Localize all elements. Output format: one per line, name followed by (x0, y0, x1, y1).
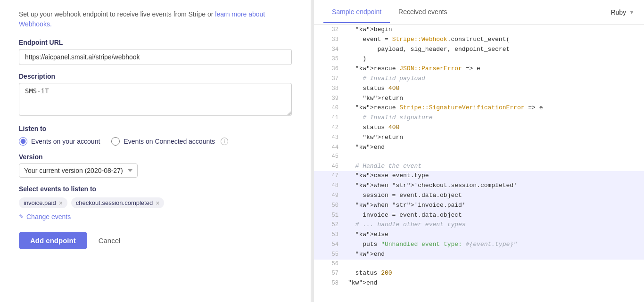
language-selector[interactable]: Ruby ▼ (611, 8, 635, 16)
line-content: "kw">else (348, 230, 636, 240)
line-content: session = event.data.object (348, 191, 636, 201)
line-number: 36 (322, 65, 339, 73)
line-content: "kw">rescue JSON::ParserError => e (348, 64, 636, 74)
line-content: # Invalid signature (348, 113, 636, 123)
description-label: Description (19, 73, 292, 80)
code-line-53: 53 "kw">else (314, 230, 644, 240)
change-events-button[interactable]: ✎ Change events (19, 213, 71, 220)
line-number: 40 (322, 104, 339, 113)
endpoint-url-label: Endpoint URL (19, 39, 292, 46)
tag-invoice-paid-label: invoice.paid (24, 199, 56, 206)
line-number: 37 (322, 74, 339, 83)
radio-group: Events on your account Events on Connect… (19, 137, 292, 146)
line-content: # Handle the event (348, 162, 636, 171)
line-number: 52 (322, 220, 339, 229)
info-icon[interactable]: i (221, 138, 228, 145)
line-content: "kw">when "str">'invoice.paid' (348, 201, 636, 211)
radio-account-option[interactable]: Events on your account (19, 137, 100, 146)
code-line-55: 55 "kw">end (314, 250, 644, 260)
code-line-41: 41 # Invalid signature (314, 113, 644, 123)
line-number: 45 (322, 152, 339, 161)
select-events-label: Select events to listen to (19, 185, 292, 193)
line-content: status 400 (348, 123, 636, 133)
line-content: puts "Unhandled event type: #{event.type… (348, 240, 636, 250)
line-number: 53 (322, 230, 339, 239)
radio-connected-option[interactable]: Events on Connected accounts i (111, 137, 228, 146)
version-group: Version Your current version (2020-08-27… (19, 153, 292, 178)
code-line-46: 46 # Handle the event (314, 162, 644, 171)
line-number: 44 (322, 143, 339, 152)
code-line-47: 47 "kw">case event.type (314, 171, 644, 181)
line-number: 56 (322, 260, 339, 269)
line-number: 50 (322, 201, 339, 210)
line-content: "kw">rescue Stripe::SignatureVerificatio… (348, 103, 636, 113)
tab-received-events[interactable]: Received events (390, 1, 456, 23)
line-number: 41 (322, 114, 339, 122)
line-content: status 200 (348, 269, 636, 278)
code-line-32: 32 "kw">begin (314, 25, 644, 35)
right-header: Sample endpoint Received events Ruby ▼ (314, 0, 644, 25)
code-line-40: 40 "kw">rescue Stripe::SignatureVerifica… (314, 103, 644, 113)
line-number: 42 (322, 123, 339, 132)
line-content: event = Stripe::Webhook.construct_event( (348, 35, 636, 45)
line-content: invoice = event.data.object (348, 211, 636, 220)
cancel-button[interactable]: Cancel (95, 232, 124, 249)
line-number: 38 (322, 84, 339, 93)
tag-checkout-completed-label: checkout.session.completed (76, 199, 153, 206)
radio-account-input[interactable] (19, 137, 27, 146)
code-line-58: 58"kw">end (314, 278, 644, 288)
description-textarea[interactable]: SMS-iT (19, 83, 292, 116)
code-line-33: 33 event = Stripe::Webhook.construct_eve… (314, 35, 644, 45)
listen-to-label: Listen to (19, 125, 292, 132)
line-number: 43 (322, 133, 339, 142)
line-number: 55 (322, 250, 339, 259)
code-line-43: 43 "kw">return (314, 133, 644, 143)
line-content: "kw">end (348, 278, 636, 288)
line-content: # Invalid payload (348, 74, 636, 84)
right-panel: Sample endpoint Received events Ruby ▼ 3… (314, 0, 644, 302)
code-line-37: 37 # Invalid payload (314, 74, 644, 84)
code-line-48: 48 "kw">when "str">'checkout.session.com… (314, 181, 644, 191)
line-content: "kw">end (348, 250, 636, 260)
line-content: payload, sig_header, endpoint_secret (348, 45, 636, 55)
tag-checkout-completed-remove[interactable]: × (156, 200, 159, 206)
line-content: "kw">end (348, 143, 636, 153)
tab-sample-endpoint[interactable]: Sample endpoint (323, 1, 390, 23)
code-line-44: 44 "kw">end (314, 143, 644, 153)
code-container: 32 "kw">begin33 event = Stripe::Webhook.… (314, 25, 644, 302)
line-number: 47 (322, 171, 339, 180)
tabs: Sample endpoint Received events (323, 1, 611, 23)
version-label: Version (19, 153, 292, 161)
line-content: "kw">when "str">'checkout.session.comple… (348, 181, 636, 191)
code-line-52: 52 # ... handle other event types (314, 220, 644, 230)
line-number: 39 (322, 94, 339, 103)
tag-invoice-paid-remove[interactable]: × (59, 200, 63, 206)
line-number: 58 (322, 279, 339, 288)
description-group: Description SMS-iT (19, 73, 292, 117)
line-content: ) (348, 54, 636, 64)
line-content: # ... handle other event types (348, 220, 636, 230)
radio-connected-label: Events on Connected accounts (124, 138, 215, 145)
radio-connected-input[interactable] (111, 137, 120, 146)
lang-chevron-icon: ▼ (629, 9, 635, 16)
line-content: "kw">return (348, 94, 636, 104)
endpoint-url-group: Endpoint URL (19, 39, 292, 65)
change-events-label: Change events (26, 213, 71, 220)
line-content: "kw">return (348, 133, 636, 143)
select-events-group: Select events to listen to invoice.paid … (19, 185, 292, 220)
button-row: Add endpoint Cancel (19, 232, 292, 249)
line-number: 48 (322, 181, 339, 190)
code-line-45: 45 (314, 152, 644, 161)
line-content: "kw">case event.type (348, 171, 636, 181)
line-number: 46 (322, 162, 339, 171)
line-number: 49 (322, 191, 339, 200)
line-content: status 400 (348, 84, 636, 94)
version-select[interactable]: Your current version (2020-08-27) (19, 163, 138, 178)
add-endpoint-button[interactable]: Add endpoint (19, 232, 87, 249)
endpoint-url-input[interactable] (19, 49, 292, 65)
tag-checkout-completed: checkout.session.completed × (71, 197, 165, 208)
code-line-39: 39 "kw">return (314, 94, 644, 104)
code-line-56: 56 (314, 260, 644, 269)
tags-container: invoice.paid × checkout.session.complete… (19, 197, 292, 208)
code-line-42: 42 status 400 (314, 123, 644, 133)
